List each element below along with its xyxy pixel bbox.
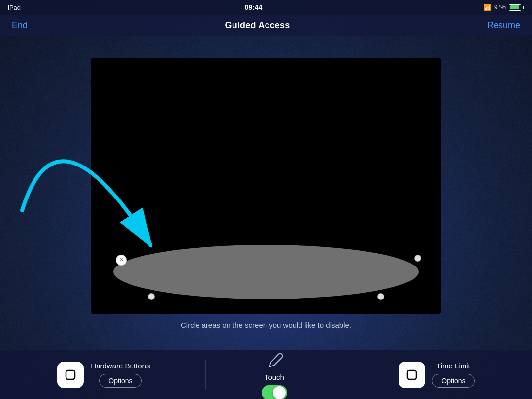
- instruction-text: Circle areas on the screen you would lik…: [181, 321, 351, 329]
- battery-indicator: [509, 4, 524, 11]
- status-left: iPad: [8, 4, 24, 11]
- nav-title: Guided Access: [225, 20, 290, 31]
- ellipse-shape: ✕: [113, 245, 419, 299]
- resume-button[interactable]: Resume: [487, 20, 520, 31]
- time-limit-label: Time Limit: [436, 362, 470, 370]
- touch-label: Touch: [265, 373, 284, 381]
- handle-bottom-left[interactable]: [148, 293, 155, 300]
- time-limit-options-button[interactable]: Options: [432, 374, 474, 388]
- arrow-overlay: [0, 58, 244, 265]
- hardware-buttons-info: Hardware Buttons Options: [91, 362, 150, 388]
- time-limit-info: Time Limit Options: [432, 362, 474, 388]
- hardware-buttons-options-button[interactable]: Options: [99, 374, 141, 388]
- handle-close[interactable]: ✕: [116, 255, 127, 266]
- touch-toggle[interactable]: [262, 385, 287, 399]
- toggle-knob: [273, 386, 286, 399]
- disabled-area-ellipse[interactable]: ✕: [113, 245, 419, 299]
- handle-right[interactable]: [414, 255, 421, 262]
- time-limit-icon: [399, 362, 425, 388]
- bottom-toolbar: Hardware Buttons Options Touch Time: [0, 350, 532, 399]
- screen-area: ✕: [91, 58, 441, 314]
- end-button[interactable]: End: [12, 20, 28, 31]
- battery-percent: 97%: [494, 4, 506, 11]
- hardware-buttons-icon: [57, 362, 84, 388]
- time-display: 09:44: [245, 3, 263, 11]
- touch-section: Touch: [262, 349, 287, 399]
- svg-rect-3: [407, 370, 416, 379]
- time-limit-section: Time Limit Options: [399, 362, 474, 388]
- divider-2: [343, 360, 343, 390]
- hardware-buttons-label: Hardware Buttons: [91, 362, 150, 370]
- hardware-buttons-section: Hardware Buttons Options: [57, 362, 150, 388]
- device-label: iPad: [8, 4, 21, 11]
- handle-bottom-right[interactable]: [377, 293, 384, 300]
- bluetooth-icon: 📶: [483, 4, 491, 11]
- touch-icon: [265, 349, 284, 369]
- divider-1: [205, 360, 206, 390]
- svg-rect-1: [66, 370, 75, 379]
- main-content: ✕ Circle areas on the screen you would l…: [0, 36, 532, 350]
- nav-bar: End Guided Access Resume: [0, 15, 532, 36]
- status-bar: iPad 09:44 📶 97%: [0, 0, 532, 15]
- status-right: 📶 97%: [483, 4, 524, 11]
